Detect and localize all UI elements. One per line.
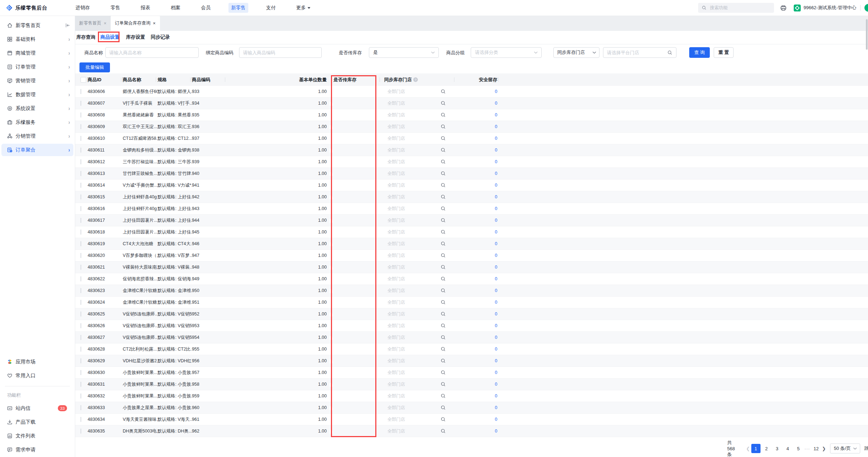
safe-stock-link[interactable]: 0 xyxy=(495,89,497,94)
row-checkbox[interactable] xyxy=(81,393,81,398)
nav-item-会员[interactable]: 会员 xyxy=(198,3,214,13)
row-checkbox[interactable] xyxy=(81,405,81,410)
store-search-icon[interactable] xyxy=(441,347,446,352)
platform-store-input[interactable] xyxy=(603,50,667,55)
collapse-sidebar-icon[interactable] xyxy=(65,22,71,28)
row-checkbox[interactable] xyxy=(81,194,81,199)
row-checkbox[interactable] xyxy=(81,183,81,188)
page-1[interactable]: 1 xyxy=(751,444,761,453)
safe-stock-link[interactable]: 0 xyxy=(495,323,497,328)
row-checkbox[interactable] xyxy=(81,265,81,270)
nav-item-零售[interactable]: 零售 xyxy=(108,3,123,13)
row-checkbox[interactable] xyxy=(81,429,81,434)
sidebar-item-分销管理[interactable]: 分销管理› xyxy=(0,129,75,143)
store-search-icon[interactable] xyxy=(441,89,446,94)
safe-stock-link[interactable]: 0 xyxy=(495,101,497,106)
sidebar-item-数据管理[interactable]: 数据管理› xyxy=(0,88,75,101)
store-search-icon[interactable] xyxy=(441,300,446,305)
safe-stock-link[interactable]: 0 xyxy=(495,230,497,235)
app-logo[interactable]: 乐檬零售后台 xyxy=(6,4,68,11)
store-search-icon[interactable] xyxy=(441,194,446,200)
close-icon[interactable]: × xyxy=(104,21,107,26)
store-search-icon[interactable] xyxy=(441,112,446,118)
sidebar-item-应用市场[interactable]: 应用市场 xyxy=(0,355,75,369)
safe-stock-link[interactable]: 0 xyxy=(495,194,497,199)
transfer-stock-select[interactable]: 是 xyxy=(369,47,439,58)
store-search-icon[interactable] xyxy=(441,230,446,235)
store-search-icon[interactable] xyxy=(441,136,446,141)
sidebar-item-产品下载[interactable]: 产品下载 xyxy=(0,415,75,429)
safe-stock-link[interactable]: 0 xyxy=(495,183,497,188)
store-search-icon[interactable] xyxy=(441,382,446,387)
batch-edit-button[interactable]: 批量编辑 xyxy=(79,62,110,72)
safe-stock-link[interactable]: 0 xyxy=(495,312,497,316)
row-checkbox[interactable] xyxy=(81,112,81,117)
row-checkbox[interactable] xyxy=(81,159,81,164)
store-search-icon[interactable] xyxy=(441,241,446,247)
safe-stock-link[interactable]: 0 xyxy=(495,300,497,305)
global-search[interactable] xyxy=(698,3,774,13)
sidebar-item-新零售首页[interactable]: 新零售首页 xyxy=(0,18,75,32)
store-search-icon[interactable] xyxy=(441,253,446,258)
store-search-icon[interactable] xyxy=(441,312,446,317)
row-checkbox[interactable] xyxy=(81,300,81,305)
help-icon[interactable]: ? xyxy=(413,77,418,82)
store-search-icon[interactable] xyxy=(441,335,446,340)
sidebar-item-商城管理[interactable]: 商城管理› xyxy=(0,46,75,60)
safe-stock-link[interactable]: 0 xyxy=(495,370,497,375)
safe-stock-link[interactable]: 0 xyxy=(495,393,497,398)
row-checkbox[interactable] xyxy=(81,124,81,129)
page-4[interactable]: 4 xyxy=(783,444,792,453)
store-search-icon[interactable] xyxy=(441,218,446,223)
bind-code-input[interactable] xyxy=(239,50,321,55)
row-checkbox[interactable] xyxy=(81,253,81,258)
sidebar-item-需求申请[interactable]: 需求申请 xyxy=(0,443,75,457)
safe-stock-link[interactable]: 0 xyxy=(495,253,497,258)
close-icon[interactable]: × xyxy=(153,21,156,26)
sync-store-type-select[interactable]: 同步库存门店 xyxy=(553,47,599,58)
safe-stock-link[interactable]: 0 xyxy=(495,148,497,153)
store-search-icon[interactable] xyxy=(441,148,446,153)
row-checkbox[interactable] xyxy=(81,241,81,246)
safe-stock-link[interactable]: 0 xyxy=(495,159,497,164)
row-checkbox[interactable] xyxy=(81,101,81,106)
row-checkbox[interactable] xyxy=(81,89,81,94)
store-search-icon[interactable] xyxy=(441,183,446,188)
store-search-icon[interactable] xyxy=(441,159,446,165)
row-checkbox[interactable] xyxy=(81,276,81,281)
sidebar-item-营销管理[interactable]: 营销管理› xyxy=(0,74,75,88)
safe-stock-link[interactable]: 0 xyxy=(495,347,497,352)
store-search-icon[interactable] xyxy=(441,288,446,293)
store-search-icon[interactable] xyxy=(441,429,446,434)
safe-stock-link[interactable]: 0 xyxy=(495,112,497,117)
row-checkbox[interactable] xyxy=(81,358,81,363)
printer-icon[interactable] xyxy=(780,5,787,11)
nav-item-报表[interactable]: 报表 xyxy=(138,3,153,13)
store-search-icon[interactable] xyxy=(441,393,446,399)
store-search-icon[interactable] xyxy=(441,405,446,411)
safe-stock-link[interactable]: 0 xyxy=(495,288,497,293)
vertical-scrollbar-thumb[interactable] xyxy=(866,19,868,50)
sidebar-item-乐檬服务[interactable]: 乐檬服务› xyxy=(0,115,75,129)
page-3[interactable]: 3 xyxy=(773,444,782,453)
row-checkbox[interactable] xyxy=(81,136,81,141)
safe-stock-link[interactable]: 0 xyxy=(495,382,497,387)
tab-订单聚合库存查询[interactable]: 订单聚合库存查询× xyxy=(111,16,160,31)
nav-item-更多[interactable]: 更多 xyxy=(293,3,313,13)
row-checkbox[interactable] xyxy=(81,206,81,211)
row-checkbox[interactable] xyxy=(81,417,81,422)
safe-stock-link[interactable]: 0 xyxy=(495,417,497,422)
safe-stock-link[interactable]: 0 xyxy=(495,265,497,270)
safe-stock-link[interactable]: 0 xyxy=(495,136,497,141)
store-search-icon[interactable] xyxy=(441,101,446,106)
search-icon[interactable] xyxy=(667,50,673,55)
product-name-input[interactable] xyxy=(106,50,198,55)
row-checkbox[interactable] xyxy=(81,347,81,352)
page-12[interactable]: 12 xyxy=(812,444,821,453)
nav-item-支付[interactable]: 支付 xyxy=(263,3,278,13)
sidebar-item-系统设置[interactable]: 系统设置› xyxy=(0,101,75,115)
safe-stock-link[interactable]: 0 xyxy=(495,218,497,223)
product-group-select[interactable]: 请选择分类 xyxy=(471,47,542,58)
nav-item-进销存[interactable]: 进销存 xyxy=(73,3,93,13)
store-search-icon[interactable] xyxy=(441,276,446,282)
